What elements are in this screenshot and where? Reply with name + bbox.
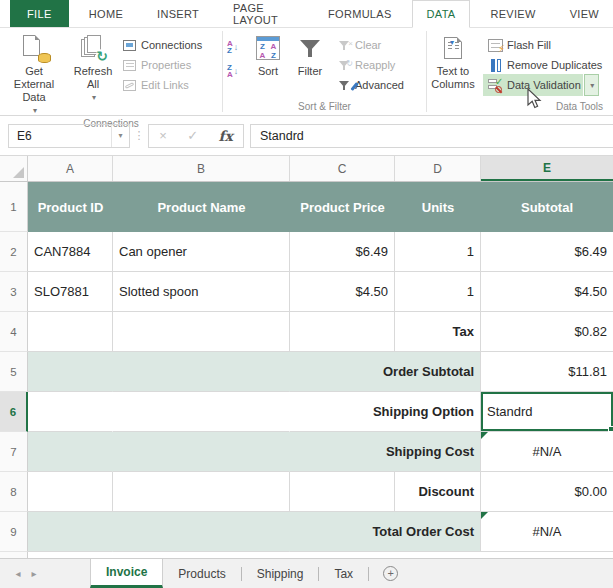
cell-d6[interactable]: Shipping Option (290, 392, 481, 432)
data-validation-button[interactable]: ✓ Data Validation ▾ (483, 75, 613, 95)
sheet-tab-shipping[interactable]: Shipping (242, 559, 319, 588)
formula-bar-drag-handle[interactable]: ⋮ (130, 129, 148, 142)
cell-d4[interactable]: Tax (395, 312, 481, 352)
cell-c4[interactable] (290, 312, 395, 352)
row-header-5[interactable]: 5 (0, 352, 28, 392)
new-sheet-button[interactable]: + (383, 559, 398, 588)
data-validation-dropdown-button[interactable]: ▾ (584, 74, 599, 96)
column-header-c[interactable]: C (290, 156, 395, 181)
refresh-all-button[interactable]: ↻ Refresh All ▾ (69, 31, 117, 104)
cell-b5[interactable] (113, 352, 290, 392)
cell-a4[interactable] (28, 312, 113, 352)
cell-b7[interactable] (113, 432, 290, 472)
row-header-9[interactable]: 9 (0, 512, 28, 552)
cell-a6[interactable] (28, 392, 113, 432)
cell-a1[interactable]: Product ID (28, 182, 113, 232)
cell-b2[interactable]: Can opener (113, 232, 290, 272)
cell-c1[interactable]: Product Price (290, 182, 395, 232)
tab-review[interactable]: REVIEW (476, 0, 549, 27)
fill-handle[interactable] (608, 426, 613, 432)
insert-function-icon[interactable]: fx (218, 128, 232, 144)
table-row: 4 Tax $0.82 (0, 312, 613, 352)
cell-c3[interactable]: $4.50 (290, 272, 395, 312)
row-header-2[interactable]: 2 (0, 232, 28, 272)
get-external-data-button[interactable]: Get External Data ▾ (0, 31, 68, 117)
sheet-nav-right-icon[interactable]: ▸ (26, 568, 42, 579)
sort-button[interactable]: ZAAZ Sort (247, 31, 289, 78)
cell-a9[interactable] (28, 512, 113, 552)
column-header-b[interactable]: B (113, 156, 290, 181)
cell-e5[interactable]: $11.81 (481, 352, 613, 392)
flash-fill-icon: ⚡ (488, 39, 503, 52)
cell-b4[interactable] (113, 312, 290, 352)
sheet-nav-left-icon[interactable]: ◂ (10, 568, 26, 579)
cell-b8[interactable] (113, 472, 290, 512)
cell-d2[interactable]: 1 (395, 232, 481, 272)
sheet-tab-products[interactable]: Products (163, 559, 240, 588)
filter-button[interactable]: Filter (289, 31, 331, 78)
cell-e2[interactable]: $6.49 (481, 232, 613, 272)
cell-a5[interactable] (28, 352, 113, 392)
cell-d8[interactable]: Discount (395, 472, 481, 512)
name-box[interactable]: E6 ▾ (8, 124, 130, 148)
sort-descending-button[interactable]: ZA↓ (227, 59, 247, 83)
cell-e1[interactable]: Subtotal (481, 182, 613, 232)
connections-button[interactable]: Connections (117, 35, 221, 55)
cell-b3[interactable]: Slotted spoon (113, 272, 290, 312)
sheet-tab-invoice[interactable]: Invoice (90, 559, 163, 588)
cell-b9[interactable] (113, 512, 290, 552)
row-header-1[interactable]: 1 (0, 182, 28, 232)
tab-insert[interactable]: INSERT (143, 0, 213, 27)
tab-home[interactable]: HOME (75, 0, 137, 27)
cell-d1[interactable]: Units (395, 182, 481, 232)
cell-d3[interactable]: 1 (395, 272, 481, 312)
row-header-4[interactable]: 4 (0, 312, 28, 352)
cell-e9[interactable]: #N/A (481, 512, 613, 552)
flash-fill-button[interactable]: ⚡ Flash Fill (483, 35, 613, 55)
properties-label: Properties (141, 59, 191, 71)
cell-a2[interactable]: CAN7884 (28, 232, 113, 272)
tab-page-layout[interactable]: PAGE LAYOUT (219, 0, 308, 27)
cell-e8[interactable]: $0.00 (481, 472, 613, 512)
select-all-button[interactable] (0, 156, 28, 181)
table-row: 5 Order Subtotal $11.81 (0, 352, 613, 392)
sort-ascending-button[interactable]: AZ↓ (227, 35, 247, 59)
row-header-8[interactable]: 8 (0, 472, 28, 512)
cancel-entry-icon[interactable]: × (159, 128, 167, 143)
name-box-dropdown-icon[interactable]: ▾ (111, 125, 129, 147)
advanced-filter-button[interactable]: Advanced (331, 75, 419, 95)
cell-a3[interactable]: SLO7881 (28, 272, 113, 312)
formula-input[interactable]: Standrd (250, 124, 613, 148)
tab-formulas[interactable]: FORMULAS (314, 0, 406, 27)
reapply-filter-button[interactable]: ↻ Reapply (331, 55, 419, 75)
edit-links-button[interactable]: Edit Links (117, 75, 221, 95)
cell-b1[interactable]: Product Name (113, 182, 290, 232)
row-header-7[interactable]: 7 (0, 432, 28, 472)
cell-e3[interactable]: $4.50 (481, 272, 613, 312)
clear-filter-button[interactable]: × Clear (331, 35, 419, 55)
cell-d9[interactable]: Total Order Cost (290, 512, 481, 552)
tab-view[interactable]: VIEW (556, 0, 613, 27)
column-header-e[interactable]: E (481, 156, 613, 181)
cell-a8[interactable] (28, 472, 113, 512)
cell-d7[interactable]: Shipping Cost (290, 432, 481, 472)
cell-b6[interactable] (113, 392, 290, 432)
confirm-entry-icon[interactable]: ✓ (187, 128, 198, 143)
cell-a7[interactable] (28, 432, 113, 472)
column-header-a[interactable]: A (28, 156, 113, 181)
cell-d5[interactable]: Order Subtotal (290, 352, 481, 392)
text-to-columns-button[interactable]: ▾ Text to Columns (427, 31, 479, 91)
column-header-d[interactable]: D (395, 156, 481, 181)
row-header-6[interactable]: 6 (0, 392, 28, 432)
properties-button[interactable]: Properties (117, 55, 221, 75)
cell-e7[interactable]: #N/A (481, 432, 613, 472)
remove-duplicates-button[interactable]: Remove Duplicates (483, 55, 613, 75)
sheet-tab-tax[interactable]: Tax (319, 559, 368, 588)
cell-c2[interactable]: $6.49 (290, 232, 395, 272)
row-header-3[interactable]: 3 (0, 272, 28, 312)
tab-data[interactable]: DATA (412, 0, 471, 28)
cell-e6-selected[interactable]: Standrd (481, 392, 613, 432)
cell-c8[interactable] (290, 472, 395, 512)
tab-file[interactable]: FILE (10, 0, 69, 27)
cell-e4[interactable]: $0.82 (481, 312, 613, 352)
